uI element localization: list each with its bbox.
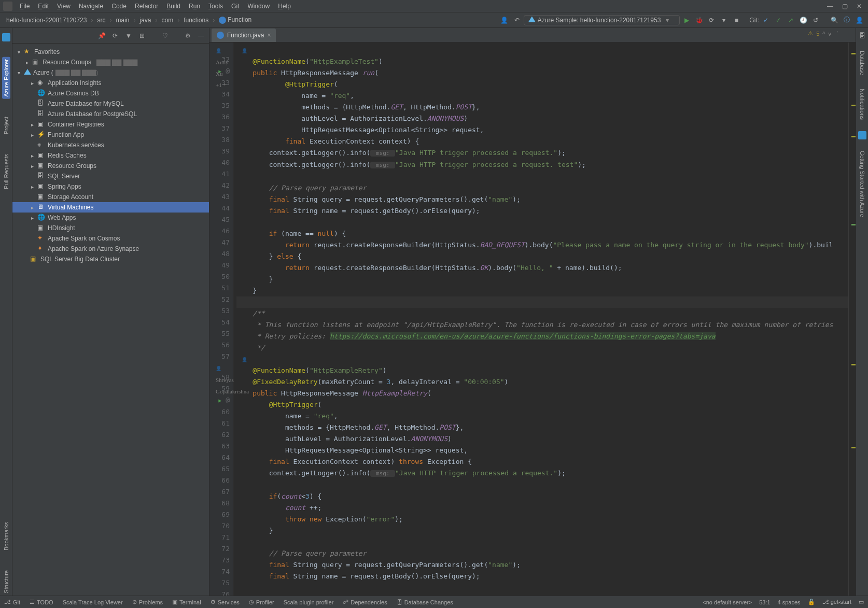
search-icon[interactable]: 🔍 [829,15,840,26]
project-tab[interactable]: Project [2,115,10,136]
sb-indent[interactable]: 4 spaces [778,599,801,605]
crumb-com[interactable]: com [159,16,177,25]
node-sql[interactable]: SQL Server [48,173,80,180]
run-gutter-icon-2[interactable]: ▶ [218,398,221,403]
debug-icon[interactable]: 🐞 [693,15,705,26]
menu-refactor[interactable]: Refactor [131,2,162,11]
git-rollback-icon[interactable]: ↺ [810,15,821,26]
refresh-icon[interactable]: ⟳ [110,32,120,39]
node-ks[interactable]: Kubernetes services [48,142,104,149]
back-icon[interactable]: ↶ [511,15,523,26]
crumb-src[interactable]: src [94,16,108,25]
run-config-select[interactable]: Azure Sample: hello-function-22081712195… [524,15,680,25]
inspection-widget[interactable]: ⚠ 5 ^ v ⋮ [808,30,840,37]
git-history-icon[interactable]: 🕘 [797,15,809,26]
sb-dbchanges[interactable]: 🗄 Database Changes [397,599,453,605]
structure-tab[interactable]: Structure [2,568,10,596]
crumb-java[interactable]: java [136,16,154,25]
getting-started-tab[interactable]: Getting Started with Azure [858,149,866,219]
pull-requests-tab[interactable]: Pull Requests [2,152,10,191]
coverage-icon[interactable]: ⟳ [706,15,717,26]
sb-branch[interactable]: ⎇ get-start [822,599,851,605]
menu-navigate[interactable]: Navigate [75,2,107,11]
crumb-main[interactable]: main [113,16,132,25]
node-pg[interactable]: Azure Database for PostgreSQL [48,110,137,118]
sb-todo[interactable]: ☰ TODO [30,599,53,605]
azure-tree[interactable]: ▾★Favorites ▸▣Resource Groups ▇▇▇ ▇▇ ▇▇▇… [12,44,209,596]
node-cosmos[interactable]: Azure Cosmos DB [48,90,99,97]
maximize-icon[interactable]: ▢ [841,3,848,10]
menu-help[interactable]: Help [274,2,295,11]
database-icon[interactable]: 🗄 [859,32,865,39]
sb-profiler[interactable]: ◷ Profiler [249,599,274,605]
sign-in-icon[interactable]: 👤 [499,15,510,26]
node-bigdata[interactable]: SQL Server Big Data Cluster [40,256,120,263]
node-insights[interactable]: Application Insights [48,79,101,87]
error-stripe[interactable] [848,43,856,596]
sb-scala[interactable]: Scala Trace Log Viewer [63,599,123,605]
sb-problems[interactable]: ⊘ Problems [132,599,163,605]
editor-tab[interactable]: Function.java × [212,29,276,42]
avatar-icon[interactable]: 👤 [853,15,865,26]
menu-git[interactable]: Git [227,2,243,11]
node-vm[interactable]: Virtual Machines [48,204,94,211]
menu-code[interactable]: Code [107,2,131,11]
sb-git[interactable]: ⎇ Git [4,599,20,605]
azure-explorer-icon[interactable] [2,33,10,41]
more-run-icon[interactable]: ▾ [718,15,730,26]
expand-icon[interactable]: ⊞ [137,32,147,39]
menu-view[interactable]: View [53,2,75,11]
sb-pos[interactable]: 53:1 [759,599,770,605]
git-push-icon[interactable]: ↗ [785,15,796,26]
menu-run[interactable]: Run [185,2,204,11]
menu-build[interactable]: Build [162,2,185,11]
bookmarks-tab[interactable]: Bookmarks [2,520,10,553]
menu-edit[interactable]: Edit [34,2,53,11]
crumb-class[interactable]: Function [216,15,255,25]
azure-getting-started-icon[interactable] [858,131,866,139]
close-tab-icon[interactable]: × [267,32,271,39]
sb-mem-icon[interactable]: ▭ [859,599,864,605]
notifications-tab[interactable]: Notifications [858,87,866,122]
sb-scalaprof[interactable]: Scala plugin profiler [284,599,334,605]
node-favorites[interactable]: Favorites [34,48,60,55]
azure-explorer-tab[interactable]: Azure Explorer [2,57,10,99]
node-hdi[interactable]: HDInsight [48,224,75,232]
gear-icon[interactable]: ⚙ [183,32,192,39]
node-sa[interactable]: Storage Account [48,193,93,201]
database-tab[interactable]: Database [858,49,866,77]
menu-tools[interactable]: Tools [204,2,227,11]
node-fav-rg[interactable]: Resource Groups [43,59,91,66]
fav-icon[interactable]: ♡ [160,32,170,39]
stop-icon[interactable]: ■ [731,15,742,26]
node-azure[interactable]: Azure ( [33,69,53,76]
minimize-icon[interactable]: — [827,3,834,10]
node-spring[interactable]: Spring Apps [48,183,81,190]
hide-icon[interactable]: — [197,32,206,39]
code-area[interactable]: @FunctionName("HttpExampleTest") public … [233,43,848,596]
node-redis[interactable]: Redis Caches [48,152,87,159]
sb-deps[interactable]: ☍ Dependencies [343,599,387,605]
menu-file[interactable]: File [16,2,34,11]
settings-icon[interactable]: ⓘ [841,15,852,26]
crumb-functions[interactable]: functions [180,16,212,25]
node-rg[interactable]: Resource Groups [48,162,96,169]
node-spark1[interactable]: Apache Spark on Cosmos [48,235,120,242]
sb-lock-icon[interactable]: 🔓 [808,599,815,605]
git-commit-icon[interactable]: ✓ [773,15,784,26]
node-cr[interactable]: Container Registries [48,121,104,128]
sb-terminal[interactable]: ▣ Terminal [172,599,201,605]
sb-server[interactable]: <no default server> [703,599,752,605]
node-mysql[interactable]: Azure Database for MySQL [48,100,124,107]
node-wa[interactable]: Web Apps [48,214,76,221]
line-gutter[interactable]: Andy Xu +1 * 32▶ @ 333435363738394041424… [209,43,233,596]
pin-icon[interactable]: 📌 [97,32,106,39]
run-icon[interactable]: ▶ [681,15,692,26]
crumb-project[interactable]: hello-function-220817120723 [3,16,90,25]
close-icon[interactable]: ✕ [856,3,863,10]
filter-icon[interactable]: ▼ [124,32,133,39]
node-fa[interactable]: Function App [48,131,84,138]
git-update-icon[interactable]: ✓ [760,15,772,26]
node-spark2[interactable]: Apache Spark on Azure Synapse [48,245,139,252]
sb-services[interactable]: ⚙ Services [211,599,240,605]
